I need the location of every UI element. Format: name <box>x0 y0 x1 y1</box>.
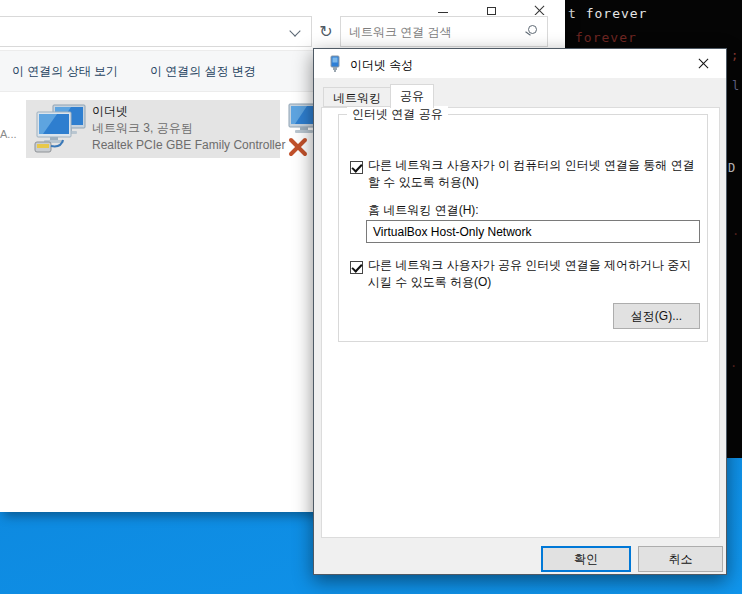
home-networking-connection-field[interactable]: VirtualBox Host-Only Network <box>366 220 700 243</box>
home-networking-connection-label: 홈 네트워킹 연결(H): <box>368 202 479 219</box>
search-input[interactable] <box>349 19 509 44</box>
dialog-titlebar[interactable]: 이더넷 속성 <box>314 49 726 78</box>
address-bar[interactable] <box>0 16 312 47</box>
dialog-title: 이더넷 속성 <box>350 57 413 74</box>
desktop: t forever forever ; l D . . ↻ <box>0 0 742 594</box>
terminal-edge-char: ; <box>731 48 738 62</box>
tab-networking[interactable]: 네트워킹 <box>323 87 391 107</box>
chevron-down-icon[interactable] <box>289 25 300 36</box>
search-icon[interactable] <box>528 25 537 34</box>
network-adapter-icon <box>328 55 342 76</box>
cancel-button[interactable]: 취소 <box>638 546 723 572</box>
minimize-icon <box>438 12 448 13</box>
group-title: 인터넷 연결 공유 <box>347 106 448 123</box>
settings-button[interactable]: 설정(G)... <box>613 303 700 329</box>
minimize-button[interactable] <box>419 0 467 16</box>
terminal-edge-char: l <box>732 79 739 93</box>
address-row: ↻ <box>0 15 565 50</box>
maximize-button[interactable] <box>467 0 515 16</box>
terminal-edge-char: . <box>732 224 739 238</box>
view-connection-status-link[interactable]: 이 연결의 상태 보기 <box>12 63 118 80</box>
refresh-icon: ↻ <box>319 23 332 40</box>
disconnected-x-icon <box>291 140 305 154</box>
connection-name: 이더넷 <box>92 103 278 120</box>
allow-internet-sharing-checkbox[interactable] <box>350 161 363 174</box>
ethernet-connection-item[interactable]: 이더넷 네트워크 3, 공유됨 Realtek PCIe GBE Family … <box>26 100 280 158</box>
ethernet-connection-icon <box>31 104 87 158</box>
terminal-output-line-dim: forever <box>575 30 637 45</box>
ethernet-properties-dialog: 이더넷 속성 네트워킹 공유 인터넷 연결 공유 다른 네트워크 사용자가 이 … <box>313 48 727 575</box>
search-box <box>340 16 548 47</box>
allow-control-label[interactable]: 다른 네트워크 사용자가 공유 인터넷 연결을 제어하거나 중지시킬 수 있도록… <box>368 257 698 291</box>
change-connection-settings-link[interactable]: 이 연결의 설정 변경 <box>150 63 256 80</box>
connection-text: 이더넷 네트워크 3, 공유됨 Realtek PCIe GBE Family … <box>92 103 278 154</box>
allow-control-checkbox[interactable] <box>350 261 363 274</box>
truncated-connection-label[interactable]: A... <box>0 128 17 140</box>
refresh-button[interactable]: ↻ <box>313 20 339 44</box>
terminal-output-line: t forever <box>568 6 647 21</box>
tab-sharing[interactable]: 공유 <box>390 84 434 108</box>
disconnected-connection-item[interactable] <box>283 102 317 160</box>
internet-connection-sharing-group: 인터넷 연결 공유 다른 네트워크 사용자가 이 컴퓨터의 인터넷 연결을 통해… <box>338 114 708 342</box>
allow-internet-sharing-label[interactable]: 다른 네트워크 사용자가 이 컴퓨터의 인터넷 연결을 통해 연결할 수 있도록… <box>368 157 702 191</box>
sharing-tab-page: 인터넷 연결 공유 다른 네트워크 사용자가 이 컴퓨터의 인터넷 연결을 통해… <box>321 107 720 538</box>
tab-strip: 네트워킹 공유 <box>323 84 433 108</box>
terminal-edge-char: D <box>728 161 735 175</box>
window-controls <box>419 0 563 16</box>
close-icon <box>698 58 709 69</box>
home-networking-connection-value: VirtualBox Host-Only Network <box>373 225 532 239</box>
connection-status: 네트워크 3, 공유됨 <box>92 120 278 137</box>
close-button[interactable] <box>515 0 563 16</box>
connection-device: Realtek PCIe GBE Family Controller <box>92 137 278 154</box>
terminal-edge-char: . <box>730 356 737 370</box>
close-icon <box>534 5 545 16</box>
maximize-icon <box>487 7 496 15</box>
ok-button[interactable]: 확인 <box>541 546 631 572</box>
dialog-close-button[interactable] <box>681 49 726 78</box>
